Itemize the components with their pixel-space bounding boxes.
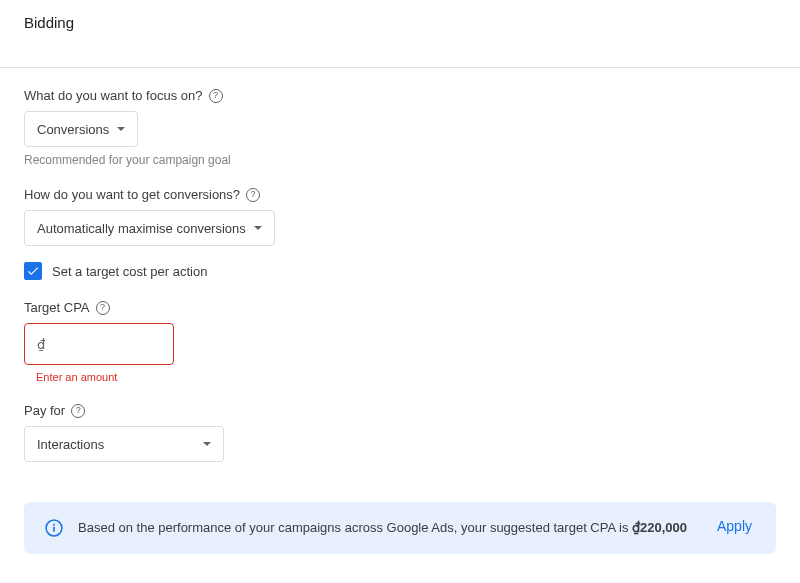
- pay-for-label: Pay for: [24, 403, 65, 418]
- target-cpa-checkbox-row: Set a target cost per action: [24, 262, 776, 280]
- pay-for-dropdown-value: Interactions: [37, 437, 104, 452]
- help-icon[interactable]: ?: [71, 404, 85, 418]
- focus-dropdown-value: Conversions: [37, 122, 109, 137]
- focus-label-row: What do you want to focus on? ?: [24, 88, 776, 103]
- focus-dropdown[interactable]: Conversions: [24, 111, 138, 147]
- pay-for-dropdown[interactable]: Interactions: [24, 426, 224, 462]
- target-cpa-checkbox[interactable]: [24, 262, 42, 280]
- info-amount: ₫220,000: [632, 520, 687, 535]
- target-cpa-label-row: Target CPA ?: [24, 300, 776, 315]
- section-title: Bidding: [24, 14, 776, 31]
- help-icon[interactable]: ?: [246, 188, 260, 202]
- caret-down-icon: [117, 127, 125, 131]
- target-cpa-checkbox-label: Set a target cost per action: [52, 264, 207, 279]
- currency-symbol: ₫: [37, 337, 45, 352]
- pay-for-label-row: Pay for ?: [24, 403, 776, 418]
- focus-label: What do you want to focus on?: [24, 88, 203, 103]
- target-cpa-input[interactable]: ₫: [24, 323, 174, 365]
- info-text-before: Based on the performance of your campaig…: [78, 520, 632, 535]
- caret-down-icon: [203, 442, 211, 446]
- suggested-cpa-info: Based on the performance of your campaig…: [24, 502, 776, 554]
- focus-helper: Recommended for your campaign goal: [24, 153, 776, 167]
- conversions-dropdown[interactable]: Automatically maximise conversions: [24, 210, 275, 246]
- checkmark-icon: [26, 264, 40, 278]
- target-cpa-label: Target CPA: [24, 300, 90, 315]
- svg-rect-2: [53, 524, 55, 526]
- help-icon[interactable]: ?: [209, 89, 223, 103]
- help-icon[interactable]: ?: [96, 301, 110, 315]
- apply-button[interactable]: Apply: [713, 518, 756, 534]
- target-cpa-error: Enter an amount: [36, 371, 776, 383]
- conversions-dropdown-value: Automatically maximise conversions: [37, 221, 246, 236]
- info-text: Based on the performance of your campaig…: [78, 518, 699, 538]
- svg-rect-1: [53, 527, 55, 532]
- info-icon: [44, 518, 64, 538]
- conversions-label-row: How do you want to get conversions? ?: [24, 187, 776, 202]
- conversions-label: How do you want to get conversions?: [24, 187, 240, 202]
- caret-down-icon: [254, 226, 262, 230]
